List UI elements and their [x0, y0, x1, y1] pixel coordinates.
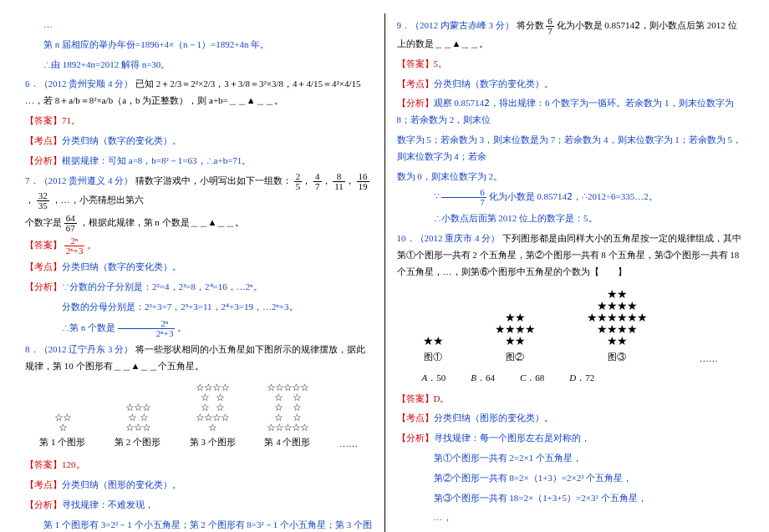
text: … [25, 17, 373, 33]
q7: 7．（2012 贵州遵义 4 分） 猜数字游戏中，小明写出如下一组数： 25， … [25, 172, 373, 210]
fenxi-line: 第 1 个图形有 3=2²－1 个小五角星；第 2 个图形有 8=3²－1 个小… [25, 517, 373, 532]
fenxi: 【分析】寻找规律：不难发现， [25, 497, 373, 514]
answer: 【答案】71。 [25, 113, 373, 129]
fenxi-line: …， [397, 509, 745, 526]
fenxi-line: ∴小数点后面第 2012 位上的数字是：5。 [397, 210, 745, 227]
fraction: 47 [313, 172, 322, 191]
val: 71。 [62, 115, 80, 125]
fenxi-line: ∴第 n 个数是 2ⁿ2ⁿ+3 。 [25, 319, 373, 338]
q8: 8．（2012 辽宁丹东 3 分） 将一些形状相同的小五角星如下图所示的规律摆放… [25, 342, 373, 375]
kaodian: 【考点】分类归纳（图形的变化类）。 [397, 410, 745, 427]
figure-1: ★★ 图① [423, 336, 443, 363]
figure-3: ★★★★★★★★★★★★★★★★★★ 图③ [587, 289, 647, 363]
figure-dots: …… [339, 438, 358, 448]
figure-4: ☆☆☆☆☆☆ ☆☆ ☆☆ ☆☆☆☆☆☆ 第 4 个图形 [264, 383, 310, 448]
q9: 9．（2012 内蒙古赤峰 3 分） 将分数 67 化为小数是 0.857142… [397, 17, 745, 53]
option-b: B．64 [471, 372, 495, 384]
q7-line2: 个数字是 6467 ，根据此规律，第 n 个数是＿＿▲＿＿。 [25, 214, 373, 233]
figure-1: ☆☆☆ 第 1 个图形 [39, 413, 85, 448]
option-a: A．50 [422, 372, 446, 384]
fraction: 6467 [64, 214, 77, 233]
answer: 【答案】5。 [397, 56, 745, 73]
figure-set-2: ★★ 图① ★★★★★★★★ 图② ★★★★★★★★★★★★★★★★★★ 图③ … [397, 289, 745, 363]
kaodian: 【考点】分类归纳（数字的变化类）。 [25, 259, 373, 276]
fenxi: 【分析】根据规律：可知 a=8，b=8²－1=63，∴a+b=71。 [25, 153, 373, 170]
fraction: 3235 [37, 191, 49, 210]
text: 第 n 届相应的举办年份=1896+4×（n－1）=1892+4n 年。 [25, 37, 373, 53]
fenxi-line: 第①个图形一共有 2=2×1 个五角星， [397, 450, 745, 467]
fenxi-line: 数字为 5；若余数为 3，则末位数是为 7；若余数为 4，则末位数字为 1；若余… [397, 132, 745, 165]
option-c: C．68 [520, 372, 544, 384]
fenxi: 【分析】∵分数的分子分别是：2²=4，2³=8，2⁴=16，…2ⁿ。 [25, 279, 373, 296]
fraction: 67 [546, 17, 554, 36]
fraction: 2ⁿ2ⁿ+3 [64, 236, 85, 256]
fenxi-line: 第③个图形一共有 18=2×（1+3+5）=2×3² 个五角星， [397, 490, 745, 507]
kaodian: 【考点】分类归纳（数字的变化类）。 [397, 76, 745, 93]
figure-set-1: ☆☆☆ 第 1 个图形 ☆☆☆☆ ☆☆☆☆ 第 2 个图形 ☆☆☆☆☆ ☆☆ ☆… [25, 383, 373, 448]
fenxi: 【分析】寻找规律：每一个图形左右是对称的， [397, 430, 745, 447]
figure-2: ★★★★★★★★ 图② [495, 312, 535, 363]
answer: 【答案】 2ⁿ2ⁿ+3 。 [25, 236, 373, 256]
q6: 6．（2012 贵州安顺 4 分） 已知 2＋2/3＝2²×2/3，3＋3/8＝… [25, 76, 373, 109]
fenxi-line: 数为 0，则末位数字为 2。 [397, 169, 745, 185]
options: A．50 B．64 C．68 D．72 [422, 372, 745, 384]
label: 【答案】 [25, 115, 62, 125]
figure-2: ☆☆☆☆ ☆☆☆☆ 第 2 个图形 [115, 403, 160, 448]
option-d: D．72 [569, 372, 594, 384]
fraction: 67 [441, 188, 486, 207]
kaodian: 【考点】分类归纳（图形的变化类）。 [25, 477, 373, 494]
answer: 【答案】D。 [397, 391, 745, 408]
text: ∴由 1892+4n=2012 解得 n=30。 [25, 57, 373, 73]
fenxi-line: 分数的分母分别是：2²+3=7，2³+3=11，2⁴+3=19，…2ⁿ+3。 [25, 299, 373, 316]
fraction: 811 [333, 172, 345, 191]
fraction: 1619 [357, 172, 369, 191]
fenxi-line: ∵ 67 化为小数是 0.857142̇，∴2012÷6=335…2。 [397, 188, 745, 207]
fenxi: 【分析】观察 0.857142̇，得出规律：6 个数字为一循环。若余数为 1，则… [397, 95, 745, 129]
fenxi-line: 第②个图形一共有 8=2×（1+3）=2×2² 个五角星， [397, 470, 745, 487]
fraction: 25 [294, 172, 303, 191]
fraction: 2ⁿ2ⁿ+3 [118, 319, 176, 338]
q-head: 6．（2012 贵州安顺 4 分） [25, 79, 133, 89]
figure-3: ☆☆☆☆☆ ☆☆ ☆☆☆☆☆☆ 第 3 个图形 [190, 383, 236, 448]
figure-dots: …… [700, 353, 718, 363]
q10: 10．（2012 重庆市 4 分） 下列图形都是由同样大小的五角星按一定的规律组… [397, 231, 745, 280]
kaodian: 【考点】分类归纳（数字的变化类）。 [25, 133, 373, 149]
answer: 【答案】120。 [25, 457, 373, 474]
